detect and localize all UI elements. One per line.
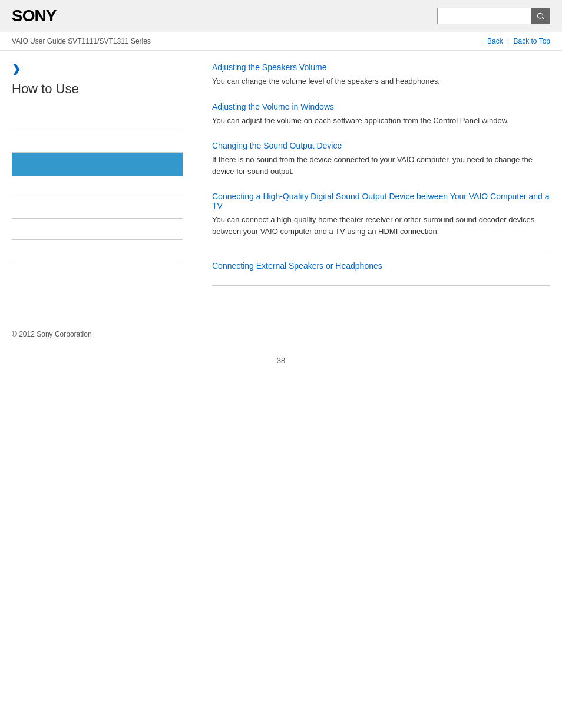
content-section-high-quality: Connecting a High-Quality Digital Sound … [212, 192, 550, 237]
breadcrumb-arrow: ❯ [12, 62, 183, 75]
sidebar-item-1[interactable] [12, 110, 183, 131]
content-section-volume-windows: Adjusting the Volume in Windows You can … [212, 102, 550, 127]
content-section-speakers-volume: Adjusting the Speakers Volume You can ch… [212, 62, 550, 87]
content-divider [212, 252, 550, 252]
sidebar-item-5[interactable] [12, 197, 183, 219]
desc-changing-sound-output: If there is no sound from the device con… [212, 154, 550, 177]
sidebar-item-4[interactable] [12, 176, 183, 197]
sidebar-item-2[interactable] [12, 131, 183, 153]
content-section-sound-output: Changing the Sound Output Device If ther… [212, 141, 550, 177]
search-area [437, 8, 550, 24]
guide-title: VAIO User Guide SVT1111/SVT1311 Series [12, 37, 151, 45]
copyright: © 2012 Sony Corporation [12, 330, 92, 338]
sidebar-item-3-active[interactable] [12, 153, 183, 176]
search-button[interactable] [531, 8, 550, 24]
link-connecting-external-speakers[interactable]: Connecting External Speakers or Headphon… [212, 261, 550, 271]
sidebar-item-7[interactable] [12, 240, 183, 261]
link-connecting-high-quality[interactable]: Connecting a High-Quality Digital Sound … [212, 192, 550, 210]
desc-connecting-high-quality: You can connect a high-quality home thea… [212, 214, 550, 237]
search-input[interactable] [437, 8, 531, 24]
sony-logo: SONY [12, 6, 56, 25]
desc-adjusting-volume-windows: You can adjust the volume on each softwa… [212, 115, 550, 127]
link-changing-sound-output[interactable]: Changing the Sound Output Device [212, 141, 550, 150]
link-adjusting-speakers-volume[interactable]: Adjusting the Speakers Volume [212, 62, 550, 72]
page-footer: © 2012 Sony Corporation [0, 318, 562, 344]
nav-links: Back | Back to Top [487, 37, 550, 45]
search-icon [536, 11, 546, 21]
content-divider-2 [212, 285, 550, 286]
content-area: Adjusting the Speakers Volume You can ch… [194, 62, 550, 295]
main-container: ❯ How to Use Adjusting the Speakers Volu… [0, 51, 562, 318]
nav-separator: | [507, 37, 509, 45]
back-to-top-link[interactable]: Back to Top [514, 37, 550, 45]
back-link[interactable]: Back [487, 37, 503, 45]
page-header: SONY [0, 0, 562, 32]
content-section-external-speakers: Connecting External Speakers or Headphon… [212, 261, 550, 271]
desc-adjusting-speakers-volume: You can change the volume level of the s… [212, 75, 550, 87]
sidebar: ❯ How to Use [12, 62, 194, 295]
sub-header: VAIO User Guide SVT1111/SVT1311 Series B… [0, 32, 562, 51]
link-adjusting-volume-windows[interactable]: Adjusting the Volume in Windows [212, 102, 550, 111]
section-title: How to Use [12, 81, 183, 101]
page-number: 38 [0, 344, 562, 377]
sidebar-item-6[interactable] [12, 219, 183, 240]
